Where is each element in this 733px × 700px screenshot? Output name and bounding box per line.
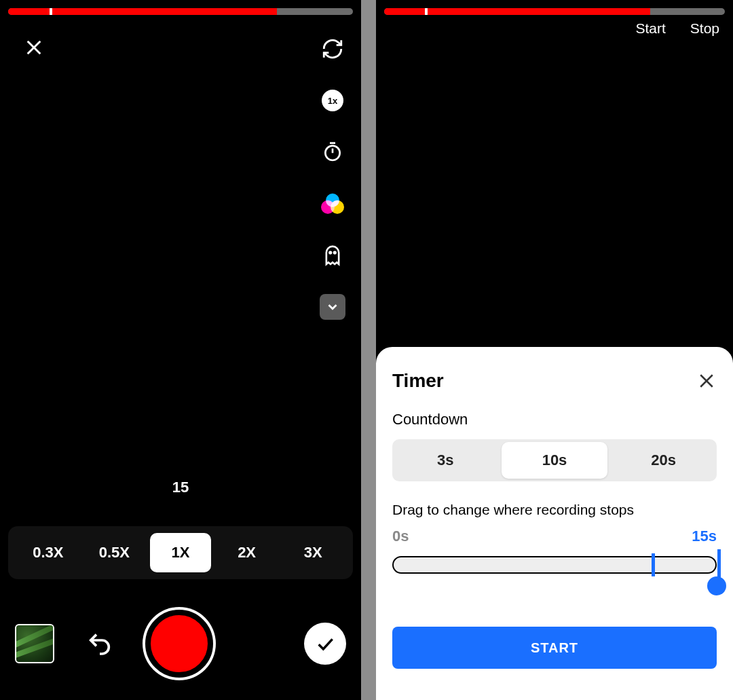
stop-label: Stop [690, 20, 719, 37]
close-icon [696, 371, 717, 391]
slider-knob[interactable] [707, 576, 726, 595]
svg-point-6 [334, 252, 336, 254]
speed-button[interactable]: 1x [318, 86, 347, 115]
slider-recorded-mark [652, 553, 655, 576]
filters-icon [321, 194, 344, 214]
expand-box [320, 294, 345, 320]
ghost-icon [322, 244, 343, 267]
flip-camera-button[interactable] [318, 34, 347, 64]
start-label: Start [635, 20, 665, 37]
svg-point-5 [329, 252, 331, 254]
close-button[interactable] [20, 34, 48, 61]
speed-option-3x[interactable]: 3X [282, 533, 343, 572]
recording-stop-slider[interactable] [392, 552, 717, 586]
filters-button[interactable] [318, 189, 347, 219]
undo-clip-button[interactable] [83, 627, 117, 661]
tool-rail: 1x [318, 34, 347, 322]
bottom-controls [0, 606, 361, 681]
clip-start-marker [50, 8, 52, 15]
speed-option-2x[interactable]: 2X [217, 533, 278, 572]
range-min: 0s [392, 528, 409, 545]
range-max: 15s [692, 528, 717, 545]
remaining-seconds: 15 [0, 479, 361, 496]
confirm-button[interactable] [304, 623, 346, 665]
slider-stop-handle[interactable] [717, 549, 721, 581]
sheet-title: Timer [392, 370, 444, 392]
speed-badge: 1x [322, 90, 343, 111]
close-icon [23, 37, 45, 58]
recording-progress [8, 8, 353, 15]
speed-selector: 0.3X 0.5X 1X 2X 3X [8, 526, 353, 579]
pane-divider [361, 0, 376, 700]
svg-point-2 [325, 146, 339, 160]
expand-tools-button[interactable] [318, 292, 347, 322]
effects-button[interactable] [318, 240, 347, 270]
start-button[interactable]: START [392, 627, 717, 669]
timer-sheet: Timer Countdown 3s 10s 20s Drag to chang… [376, 347, 733, 700]
slider-track [392, 556, 717, 574]
timer-icon [322, 141, 343, 163]
timer-pane: Start Stop Timer Countdown 3s 10s 20s Dr… [376, 0, 733, 700]
recording-progress-fill [384, 8, 650, 15]
recording-progress-fill [8, 8, 277, 15]
countdown-label: Countdown [392, 411, 717, 428]
countdown-option-3s[interactable]: 3s [392, 439, 499, 481]
countdown-segmented: 3s 10s 20s [392, 439, 717, 481]
drag-instruction: Drag to change where recording stops [392, 502, 717, 518]
record-button[interactable] [145, 610, 213, 678]
range-labels: 0s 15s [392, 528, 717, 545]
timer-button[interactable] [318, 137, 347, 167]
undo-icon [86, 630, 113, 657]
sheet-close-button[interactable] [696, 371, 717, 391]
clip-start-marker [425, 8, 428, 15]
check-icon [314, 633, 336, 655]
flip-camera-icon [321, 37, 344, 60]
gallery-thumbnail[interactable] [15, 624, 54, 663]
countdown-option-10s[interactable]: 10s [502, 442, 608, 479]
sheet-header: Timer [392, 370, 717, 392]
recording-progress [384, 8, 725, 15]
speed-option-0.5x[interactable]: 0.5X [84, 533, 145, 572]
speed-option-1x[interactable]: 1X [150, 533, 211, 572]
chevron-down-icon [325, 299, 340, 314]
progress-labels: Start Stop [635, 20, 719, 37]
speed-option-0.3x[interactable]: 0.3X [18, 533, 79, 572]
camera-pane: 1x 15 0.3X 0.5X 1X 2X 3X [0, 0, 361, 700]
countdown-option-20s[interactable]: 20s [610, 439, 717, 481]
